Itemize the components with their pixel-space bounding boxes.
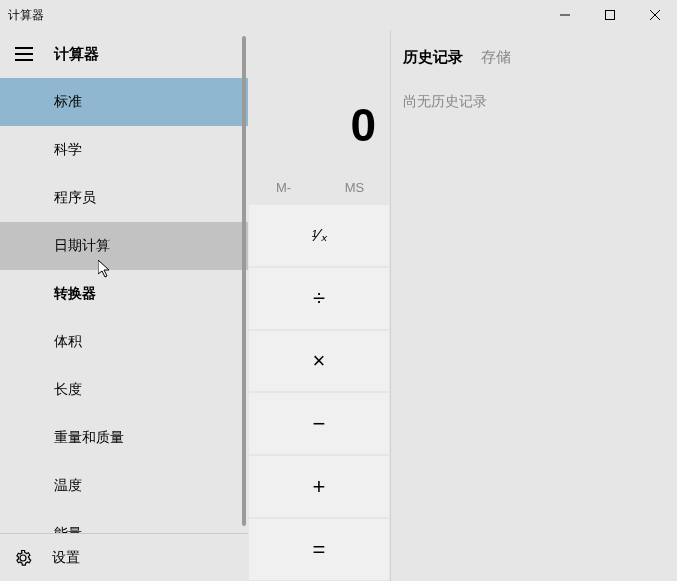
maximize-icon (605, 10, 615, 20)
sidebar-item-date[interactable]: 日期计算 (0, 222, 248, 270)
display: 0 (248, 30, 390, 170)
sidebar-item-temperature[interactable]: 温度 (0, 462, 248, 510)
maximize-button[interactable] (587, 0, 632, 30)
scrollbar-thumb[interactable] (242, 36, 246, 526)
sidebar-item-volume[interactable]: 体积 (0, 318, 248, 366)
sidebar-item-scientific[interactable]: 科学 (0, 126, 248, 174)
hamburger-icon (15, 47, 33, 61)
sidebar: 计算器 标准 科学 程序员 日期计算 转换器 体积 长度 重量和质量 温度 能量… (0, 30, 248, 581)
sidebar-section-converter: 转换器 (0, 270, 248, 318)
window-title: 计算器 (0, 7, 44, 24)
history-panel: 历史记录 存储 尚无历史记录 (390, 30, 677, 581)
close-button[interactable] (632, 0, 677, 30)
minus-button[interactable]: − (248, 392, 390, 455)
tab-history[interactable]: 历史记录 (403, 48, 463, 67)
history-empty-text: 尚无历史记录 (403, 93, 665, 111)
equals-button[interactable]: = (248, 518, 390, 581)
tab-memory[interactable]: 存储 (481, 48, 511, 67)
gear-icon (14, 549, 32, 567)
multiply-button[interactable]: × (248, 330, 390, 393)
sidebar-item-energy[interactable]: 能量 (0, 510, 248, 533)
svg-rect-1 (605, 11, 614, 20)
minimize-icon (560, 10, 570, 20)
menu-button[interactable] (0, 30, 48, 78)
sidebar-item-settings[interactable]: 设置 (0, 533, 248, 581)
scrollbar[interactable] (240, 30, 248, 528)
memory-store-button[interactable]: MS (319, 170, 390, 204)
window-controls (542, 0, 677, 30)
calculator-partial: 0 M- MS ¹⁄ₓ ÷ × − + = (248, 30, 390, 581)
reciprocal-button[interactable]: ¹⁄ₓ (248, 204, 390, 267)
settings-label: 设置 (52, 549, 80, 567)
minimize-button[interactable] (542, 0, 587, 30)
plus-button[interactable]: + (248, 455, 390, 518)
memory-minus-button[interactable]: M- (248, 170, 319, 204)
sidebar-item-weight[interactable]: 重量和质量 (0, 414, 248, 462)
sidebar-item-programmer[interactable]: 程序员 (0, 174, 248, 222)
sidebar-item-length[interactable]: 长度 (0, 366, 248, 414)
divide-button[interactable]: ÷ (248, 267, 390, 330)
sidebar-title: 计算器 (48, 45, 99, 64)
sidebar-item-standard[interactable]: 标准 (0, 78, 248, 126)
display-value: 0 (350, 98, 376, 152)
titlebar: 计算器 (0, 0, 677, 30)
close-icon (650, 10, 660, 20)
